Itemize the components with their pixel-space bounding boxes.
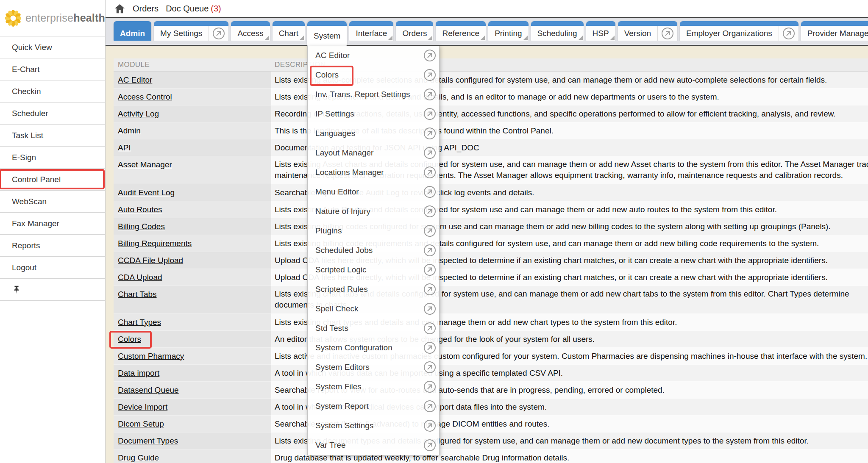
tab-employer-organizations[interactable]: Employer Organizations (680, 21, 798, 41)
tab-chart[interactable]: Chart (273, 21, 305, 41)
menu-item-spell-check[interactable]: Spell Check (308, 299, 439, 319)
module-link-auto-routes[interactable]: Auto Routes (118, 205, 162, 214)
tab-provider-management[interactable]: Provider Management (801, 21, 868, 41)
external-link-icon[interactable] (420, 283, 439, 296)
tab-version[interactable]: Version (618, 21, 677, 41)
external-link-icon[interactable] (420, 225, 439, 237)
external-link-icon[interactable] (420, 186, 439, 198)
sidebar-pin-row[interactable] (0, 279, 105, 301)
external-link-icon[interactable] (420, 166, 439, 179)
module-link-dicom-setup[interactable]: Dicom Setup (118, 419, 164, 429)
breadcrumb-orders[interactable]: Orders (133, 4, 159, 14)
external-link-icon[interactable] (420, 263, 439, 276)
menu-item-scripted-rules[interactable]: Scripted Rules (308, 280, 439, 299)
external-link-icon[interactable] (420, 69, 439, 81)
menu-item-locations-manager[interactable]: Locations Manager (308, 163, 439, 182)
external-link-icon[interactable] (420, 302, 439, 315)
menu-item-nature-of-injury[interactable]: Nature of Injury (308, 202, 439, 221)
menu-item-std-tests[interactable]: Std Tests (308, 319, 439, 338)
module-link-document-types[interactable]: Document Types (118, 436, 178, 446)
external-link-icon[interactable] (420, 127, 439, 140)
tab-hsp[interactable]: HSP (586, 21, 615, 41)
sidebar-item-quick-view[interactable]: Quick View (0, 36, 105, 58)
tab-interface[interactable]: Interface (349, 21, 393, 41)
external-link-icon[interactable] (420, 88, 439, 101)
external-link-icon[interactable] (420, 380, 439, 393)
module-link-colors[interactable]: Colors (118, 335, 141, 344)
tab-printing[interactable]: Printing (488, 21, 528, 41)
external-link-icon[interactable] (420, 341, 439, 354)
sidebar-item-e-chart[interactable]: E-Chart (0, 58, 105, 80)
external-link-icon[interactable] (420, 108, 439, 120)
sidebar-item-e-sign[interactable]: E-Sign (0, 147, 105, 169)
module-link-ccda-file-upload[interactable]: CCDA File Upload (118, 256, 183, 265)
module-link-data-import[interactable]: Data import (118, 369, 159, 378)
module-link-ac-editor[interactable]: AC Editor (118, 75, 152, 85)
menu-item-languages[interactable]: Languages (308, 124, 439, 143)
tab-body: Provider Management (801, 26, 868, 41)
external-link-icon[interactable] (420, 400, 439, 413)
tab-admin[interactable]: Admin (114, 21, 151, 41)
module-link-admin[interactable]: Admin (118, 126, 141, 136)
menu-item-colors[interactable]: Colors (308, 65, 439, 85)
tab-body: Admin (114, 26, 151, 41)
external-link-icon[interactable] (420, 361, 439, 374)
module-link-cda-upload[interactable]: CDA Upload (118, 273, 162, 282)
tab-my-settings[interactable]: My Settings (154, 21, 228, 41)
external-link-icon[interactable] (420, 419, 439, 432)
external-link-icon[interactable] (420, 439, 439, 452)
external-link-icon[interactable] (420, 322, 439, 335)
menu-item-system-configuration[interactable]: System Configuration (308, 338, 439, 358)
menu-item-ip-settings[interactable]: IP Settings (308, 104, 439, 124)
module-link-chart-tabs[interactable]: Chart Tabs (118, 290, 157, 299)
brand-text: enterprisehealth (25, 12, 105, 24)
tab-system[interactable]: SystemAC Editor Colors Inv. Trans. Repor… (307, 21, 347, 46)
menu-item-inv-trans-report-settings[interactable]: Inv. Trans. Report Settings (308, 85, 439, 104)
external-link-icon[interactable] (420, 49, 439, 62)
sidebar-item-webscan[interactable]: WebScan (0, 191, 105, 213)
sidebar-item-scheduler[interactable]: Scheduler (0, 103, 105, 125)
tab-reference[interactable]: Reference (436, 21, 486, 41)
module-link-activity-log[interactable]: Activity Log (118, 109, 159, 119)
module-link-datasend-queue[interactable]: Datasend Queue (118, 385, 179, 395)
sidebar-item-checkin[interactable]: Checkin (0, 80, 105, 103)
external-link-icon[interactable] (658, 27, 677, 40)
menu-item-system-editors[interactable]: System Editors (308, 358, 439, 377)
sidebar-item-fax-manager[interactable]: Fax Manager (0, 213, 105, 235)
menu-item-plugins[interactable]: Plugins (308, 221, 439, 241)
menu-item-system-settings[interactable]: System Settings (308, 416, 439, 435)
module-link-chart-types[interactable]: Chart Types (118, 318, 161, 327)
module-link-api[interactable]: API (118, 143, 131, 152)
module-link-billing-requirements[interactable]: Billing Requirements (118, 239, 192, 248)
menu-item-system-files[interactable]: System Files (308, 377, 439, 396)
tab-scheduling[interactable]: Scheduling (531, 21, 584, 41)
tab-orders[interactable]: Orders (396, 21, 433, 41)
brand-bold: health (73, 12, 105, 24)
menu-item-menu-editor[interactable]: Menu Editor (308, 182, 439, 202)
menu-item-layout-manager[interactable]: Layout Manager (308, 143, 439, 163)
external-link-icon[interactable] (420, 147, 439, 159)
menu-item-system-report[interactable]: System Report (308, 396, 439, 416)
menu-item-var-tree[interactable]: Var Tree (308, 435, 439, 455)
module-link-access-control[interactable]: Access Control (118, 92, 172, 102)
module-link-device-import[interactable]: Device Import (118, 402, 167, 412)
tab-access[interactable]: Access (231, 21, 270, 41)
sidebar-item-logout[interactable]: Logout (0, 257, 105, 279)
menu-item-ac-editor[interactable]: AC Editor (308, 46, 439, 65)
menu-item-scheduled-jobs[interactable]: Scheduled Jobs (308, 241, 439, 260)
module-link-asset-manager[interactable]: Asset Manager (118, 160, 172, 169)
external-link-icon[interactable] (420, 205, 439, 218)
breadcrumb-doc-queue[interactable]: Doc Queue (166, 4, 209, 14)
module-link-audit-event-log[interactable]: Audit Event Log (118, 188, 175, 197)
module-link-drug-guide[interactable]: Drug Guide (118, 453, 159, 463)
menu-item-scripted-logic[interactable]: Scripted Logic (308, 260, 439, 280)
module-link-custom-pharmacy[interactable]: Custom Pharmacy (118, 352, 184, 361)
external-link-icon[interactable] (209, 27, 228, 40)
sidebar-item-control-panel[interactable]: Control Panel (0, 169, 105, 191)
sidebar-item-reports[interactable]: Reports (0, 235, 105, 257)
module-link-billing-codes[interactable]: Billing Codes (118, 222, 165, 231)
external-link-icon[interactable] (779, 27, 798, 40)
external-link-icon[interactable] (420, 244, 439, 257)
sidebar-item-task-list[interactable]: Task List (0, 125, 105, 147)
home-icon[interactable] (114, 3, 125, 14)
